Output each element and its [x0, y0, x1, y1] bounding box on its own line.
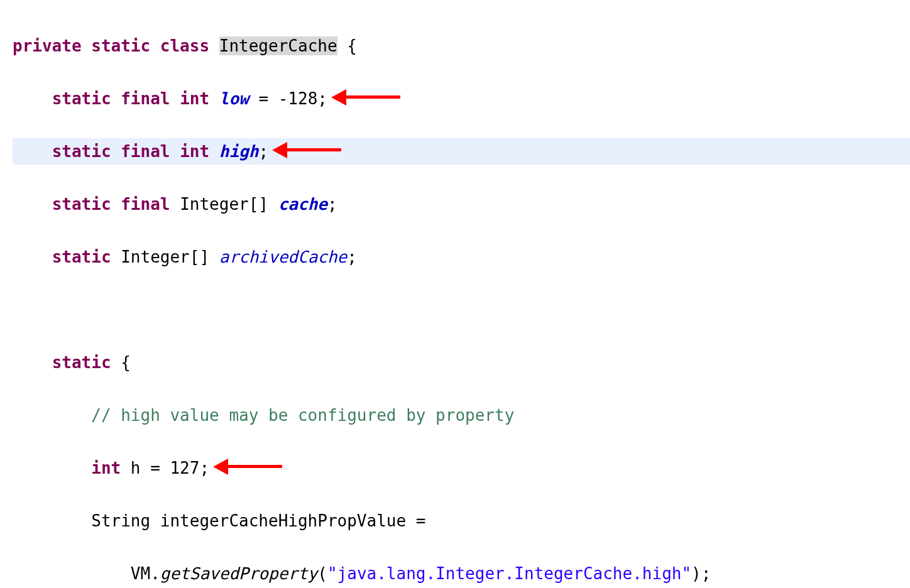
- code-line: // high value may be configured by prope…: [13, 402, 910, 428]
- code-line: String integerCacheHighPropValue =: [13, 508, 910, 534]
- keyword: static: [52, 89, 111, 108]
- method: getSavedProperty: [160, 564, 317, 583]
- text: = -128;: [249, 89, 327, 108]
- keyword: static: [52, 142, 111, 161]
- code-line-highlighted: static final int high;: [13, 138, 910, 165]
- text: VM.: [131, 564, 160, 583]
- text: h = 127;: [121, 459, 209, 477]
- keyword: static: [52, 248, 111, 266]
- string: "java.lang.Integer.IntegerCache.high": [327, 564, 691, 583]
- text: (: [317, 564, 327, 583]
- text: ;: [347, 248, 357, 266]
- keyword: int: [91, 459, 121, 477]
- arrow-icon: [213, 457, 282, 477]
- text: {: [111, 353, 131, 372]
- selected-identifier: IntegerCache: [219, 36, 337, 55]
- text: ;: [327, 195, 337, 214]
- code-line: private static class IntegerCache {: [13, 33, 910, 59]
- code-line: static {: [13, 349, 910, 376]
- keyword: private: [13, 36, 82, 55]
- text: Integer[]: [111, 248, 210, 266]
- arrow-icon: [272, 141, 341, 161]
- code-line: static Integer[] archivedCache;: [13, 244, 910, 270]
- keyword: final: [121, 89, 170, 108]
- code-line: [13, 297, 910, 323]
- field: high: [219, 142, 259, 161]
- keyword: static: [91, 36, 150, 55]
- text: );: [691, 564, 711, 583]
- code-line: static final int low = -128;: [13, 85, 910, 112]
- field: low: [219, 89, 249, 108]
- field: cache: [278, 195, 327, 214]
- text: Integer[]: [170, 195, 268, 214]
- keyword: static: [52, 195, 111, 214]
- code-line: VM.getSavedProperty("java.lang.Integer.I…: [13, 560, 910, 587]
- keyword: final: [121, 142, 170, 161]
- field: archivedCache: [219, 248, 348, 266]
- comment: // high value may be configured by prope…: [91, 406, 514, 425]
- code-line: static final Integer[] cache;: [13, 191, 910, 217]
- keyword: final: [121, 195, 170, 214]
- arrow-icon: [331, 88, 400, 108]
- text: {: [337, 36, 357, 55]
- code-block: private static class IntegerCache { stat…: [0, 0, 910, 588]
- keyword: class: [160, 36, 209, 55]
- keyword: static: [52, 353, 111, 372]
- keyword: int: [180, 142, 209, 161]
- code-line: int h = 127;: [13, 455, 910, 481]
- text: ;: [258, 142, 268, 161]
- text: String integerCacheHighPropValue =: [91, 511, 425, 530]
- keyword: int: [180, 89, 209, 108]
